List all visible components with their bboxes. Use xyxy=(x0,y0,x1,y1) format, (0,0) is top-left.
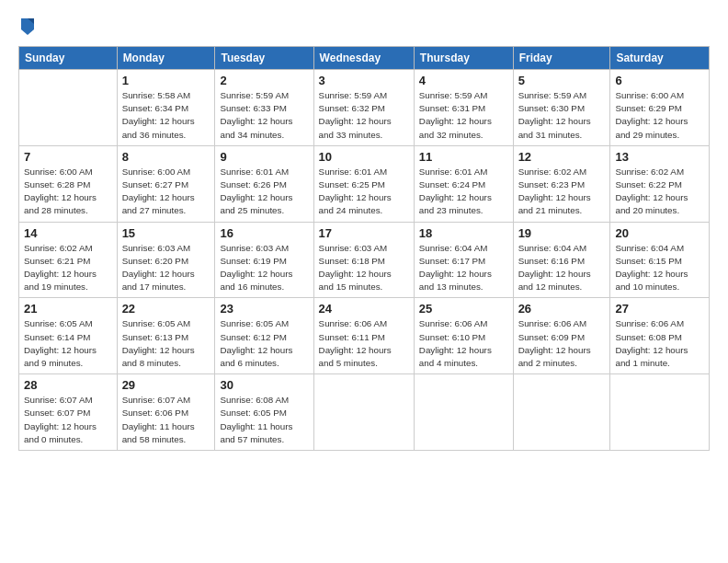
calendar-cell: 3Sunrise: 5:59 AM Sunset: 6:32 PM Daylig… xyxy=(313,70,414,146)
day-number: 17 xyxy=(319,226,409,240)
calendar-cell: 29Sunrise: 6:07 AM Sunset: 6:06 PM Dayli… xyxy=(117,374,215,451)
day-number: 23 xyxy=(220,302,308,316)
calendar-cell: 17Sunrise: 6:03 AM Sunset: 6:18 PM Dayli… xyxy=(313,222,414,298)
calendar-cell: 7Sunrise: 6:00 AM Sunset: 6:28 PM Daylig… xyxy=(19,145,118,222)
day-number: 14 xyxy=(24,226,112,240)
weekday-header-sunday: Sunday xyxy=(19,47,118,70)
day-info: Sunrise: 6:02 AM Sunset: 6:22 PM Dayligh… xyxy=(615,166,704,218)
calendar-cell: 18Sunrise: 6:04 AM Sunset: 6:17 PM Dayli… xyxy=(414,222,513,298)
day-info: Sunrise: 6:02 AM Sunset: 6:23 PM Dayligh… xyxy=(518,166,606,218)
day-number: 20 xyxy=(615,226,704,240)
day-info: Sunrise: 6:05 AM Sunset: 6:14 PM Dayligh… xyxy=(24,317,112,370)
calendar-cell: 12Sunrise: 6:02 AM Sunset: 6:23 PM Dayli… xyxy=(513,145,610,222)
calendar-week-4: 21Sunrise: 6:05 AM Sunset: 6:14 PM Dayli… xyxy=(19,298,710,374)
day-info: Sunrise: 5:59 AM Sunset: 6:30 PM Dayligh… xyxy=(518,89,606,142)
calendar-cell: 14Sunrise: 6:02 AM Sunset: 6:21 PM Dayli… xyxy=(19,222,118,298)
weekday-header-tuesday: Tuesday xyxy=(215,47,313,70)
day-number: 4 xyxy=(419,74,508,87)
day-info: Sunrise: 6:05 AM Sunset: 6:12 PM Dayligh… xyxy=(220,317,308,370)
day-info: Sunrise: 6:00 AM Sunset: 6:29 PM Dayligh… xyxy=(615,89,704,142)
day-number: 28 xyxy=(24,378,112,392)
calendar-cell: 1Sunrise: 5:58 AM Sunset: 6:34 PM Daylig… xyxy=(117,70,215,146)
calendar-cell: 5Sunrise: 5:59 AM Sunset: 6:30 PM Daylig… xyxy=(513,70,610,146)
day-number: 30 xyxy=(220,378,308,392)
day-number: 13 xyxy=(615,150,704,164)
calendar-cell: 10Sunrise: 6:01 AM Sunset: 6:25 PM Dayli… xyxy=(313,145,414,222)
calendar-week-2: 7Sunrise: 6:00 AM Sunset: 6:28 PM Daylig… xyxy=(19,145,710,222)
calendar-cell xyxy=(414,374,513,451)
calendar-cell: 4Sunrise: 5:59 AM Sunset: 6:31 PM Daylig… xyxy=(414,70,513,146)
logo xyxy=(18,17,36,37)
day-info: Sunrise: 6:00 AM Sunset: 6:28 PM Dayligh… xyxy=(24,166,112,218)
calendar-cell: 11Sunrise: 6:01 AM Sunset: 6:24 PM Dayli… xyxy=(414,145,513,222)
calendar-cell: 22Sunrise: 6:05 AM Sunset: 6:13 PM Dayli… xyxy=(117,298,215,374)
calendar-cell: 16Sunrise: 6:03 AM Sunset: 6:19 PM Dayli… xyxy=(215,222,313,298)
day-number: 24 xyxy=(319,302,409,316)
weekday-header-friday: Friday xyxy=(513,47,610,70)
calendar-cell: 23Sunrise: 6:05 AM Sunset: 6:12 PM Dayli… xyxy=(215,298,313,374)
calendar-cell: 24Sunrise: 6:06 AM Sunset: 6:11 PM Dayli… xyxy=(313,298,414,374)
day-info: Sunrise: 6:08 AM Sunset: 6:05 PM Dayligh… xyxy=(220,394,308,446)
calendar-week-3: 14Sunrise: 6:02 AM Sunset: 6:21 PM Dayli… xyxy=(19,222,710,298)
calendar-cell: 25Sunrise: 6:06 AM Sunset: 6:10 PM Dayli… xyxy=(414,298,513,374)
calendar-cell: 21Sunrise: 6:05 AM Sunset: 6:14 PM Dayli… xyxy=(19,298,118,374)
day-number: 12 xyxy=(518,150,606,164)
day-info: Sunrise: 6:01 AM Sunset: 6:24 PM Dayligh… xyxy=(419,166,508,218)
day-info: Sunrise: 6:03 AM Sunset: 6:19 PM Dayligh… xyxy=(220,242,308,294)
calendar-week-5: 28Sunrise: 6:07 AM Sunset: 6:07 PM Dayli… xyxy=(19,374,710,451)
calendar-cell: 20Sunrise: 6:04 AM Sunset: 6:15 PM Dayli… xyxy=(610,222,710,298)
day-number: 11 xyxy=(419,150,508,164)
weekday-header-monday: Monday xyxy=(117,47,215,70)
day-number: 2 xyxy=(220,74,308,87)
calendar-cell: 26Sunrise: 6:06 AM Sunset: 6:09 PM Dayli… xyxy=(513,298,610,374)
calendar-week-1: 1Sunrise: 5:58 AM Sunset: 6:34 PM Daylig… xyxy=(19,70,710,146)
day-info: Sunrise: 5:58 AM Sunset: 6:34 PM Dayligh… xyxy=(122,89,210,142)
day-info: Sunrise: 6:04 AM Sunset: 6:16 PM Dayligh… xyxy=(518,242,606,294)
day-info: Sunrise: 6:00 AM Sunset: 6:27 PM Dayligh… xyxy=(122,166,210,218)
weekday-header-wednesday: Wednesday xyxy=(313,47,414,70)
calendar-cell xyxy=(513,374,610,451)
day-info: Sunrise: 6:04 AM Sunset: 6:17 PM Dayligh… xyxy=(419,242,508,294)
day-info: Sunrise: 6:03 AM Sunset: 6:20 PM Dayligh… xyxy=(122,242,210,294)
day-info: Sunrise: 5:59 AM Sunset: 6:32 PM Dayligh… xyxy=(319,89,409,142)
calendar-cell: 27Sunrise: 6:06 AM Sunset: 6:08 PM Dayli… xyxy=(610,298,710,374)
weekday-header-saturday: Saturday xyxy=(610,47,710,70)
calendar-cell: 15Sunrise: 6:03 AM Sunset: 6:20 PM Dayli… xyxy=(117,222,215,298)
day-number: 8 xyxy=(122,150,210,164)
calendar-cell: 30Sunrise: 6:08 AM Sunset: 6:05 PM Dayli… xyxy=(215,374,313,451)
day-number: 26 xyxy=(518,302,606,316)
day-info: Sunrise: 6:07 AM Sunset: 6:06 PM Dayligh… xyxy=(122,394,210,446)
day-number: 25 xyxy=(419,302,508,316)
day-info: Sunrise: 6:04 AM Sunset: 6:15 PM Dayligh… xyxy=(615,242,704,294)
day-info: Sunrise: 5:59 AM Sunset: 6:33 PM Dayligh… xyxy=(220,89,308,142)
calendar-cell: 6Sunrise: 6:00 AM Sunset: 6:29 PM Daylig… xyxy=(610,70,710,146)
calendar-cell: 8Sunrise: 6:00 AM Sunset: 6:27 PM Daylig… xyxy=(117,145,215,222)
day-info: Sunrise: 6:06 AM Sunset: 6:10 PM Dayligh… xyxy=(419,317,508,370)
calendar-cell xyxy=(19,70,118,146)
calendar-header-row: SundayMondayTuesdayWednesdayThursdayFrid… xyxy=(19,47,710,70)
day-number: 19 xyxy=(518,226,606,240)
calendar-cell: 19Sunrise: 6:04 AM Sunset: 6:16 PM Dayli… xyxy=(513,222,610,298)
header xyxy=(18,17,710,37)
calendar-cell xyxy=(313,374,414,451)
day-info: Sunrise: 6:06 AM Sunset: 6:09 PM Dayligh… xyxy=(518,317,606,370)
day-info: Sunrise: 6:05 AM Sunset: 6:13 PM Dayligh… xyxy=(122,317,210,370)
day-number: 16 xyxy=(220,226,308,240)
day-number: 21 xyxy=(24,302,112,316)
day-info: Sunrise: 6:02 AM Sunset: 6:21 PM Dayligh… xyxy=(24,242,112,294)
day-info: Sunrise: 5:59 AM Sunset: 6:31 PM Dayligh… xyxy=(419,89,508,142)
logo-icon xyxy=(19,17,36,37)
day-info: Sunrise: 6:03 AM Sunset: 6:18 PM Dayligh… xyxy=(319,242,409,294)
weekday-header-thursday: Thursday xyxy=(414,47,513,70)
day-number: 29 xyxy=(122,378,210,392)
day-number: 6 xyxy=(615,74,704,87)
day-info: Sunrise: 6:01 AM Sunset: 6:26 PM Dayligh… xyxy=(220,166,308,218)
day-number: 27 xyxy=(615,302,704,316)
day-number: 22 xyxy=(122,302,210,316)
day-info: Sunrise: 6:06 AM Sunset: 6:08 PM Dayligh… xyxy=(615,317,704,370)
day-info: Sunrise: 6:07 AM Sunset: 6:07 PM Dayligh… xyxy=(24,394,112,446)
day-info: Sunrise: 6:06 AM Sunset: 6:11 PM Dayligh… xyxy=(319,317,409,370)
day-number: 15 xyxy=(122,226,210,240)
calendar-cell: 28Sunrise: 6:07 AM Sunset: 6:07 PM Dayli… xyxy=(19,374,118,451)
day-number: 10 xyxy=(319,150,409,164)
